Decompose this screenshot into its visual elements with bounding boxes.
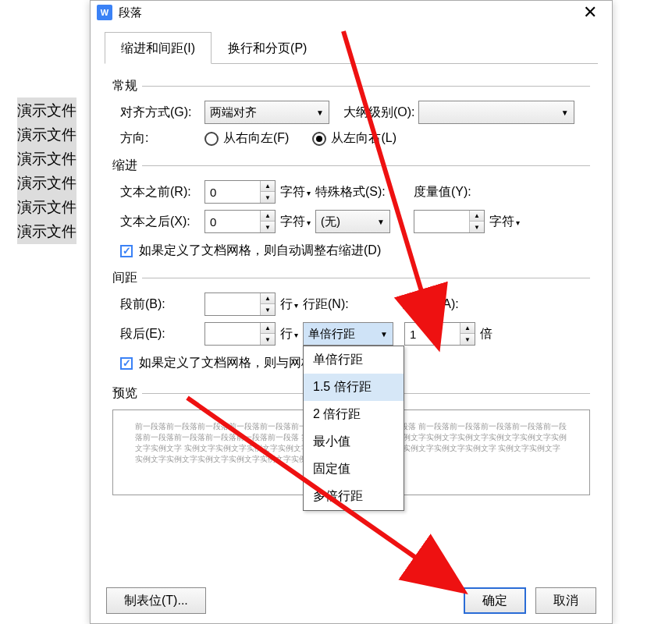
dropdown-value: 两端对齐 [210,105,311,120]
paragraph-dialog: W 段落 ✕ 缩进和间距(I) 换行和分页(P) 常规 对齐方式(G): 两端对… [90,0,613,624]
linespacing-dropdown[interactable]: 单倍行距 ▼ 单倍行距 1.5 倍行距 2 倍行距 最小值 固定值 多倍行距 [303,322,393,346]
dropdown-value: (无) [321,214,372,229]
spinner-down-icon[interactable]: ▼ [261,334,275,345]
button-label: 制表位(T)... [124,593,188,609]
spinner-buttons[interactable]: ▲▼ [260,181,275,203]
chevron-down-icon: ▼ [377,218,385,226]
bg-line: 演示文件 [17,98,76,122]
close-icon[interactable]: ✕ [574,2,606,23]
radio-icon [312,132,326,146]
spinner-down-icon[interactable]: ▼ [460,334,475,345]
checkbox-icon [120,245,133,257]
radio-ltr[interactable]: 从左向右(L) [312,130,396,147]
background-document-text: 演示文件 演示文件 演示文件 演示文件 演示文件 演示文件 [17,98,76,244]
spinner-up-icon[interactable]: ▲ [261,293,275,304]
dialog-footer: 制表位(T)... 确定 取消 [91,587,612,614]
linespacing-option[interactable]: 固定值 [304,456,404,483]
tab-label: 缩进和间距(I) [121,41,195,55]
linespacing-option[interactable]: 多倍行距 [304,483,404,510]
setvalue-label: 设置值(A): [401,296,495,313]
spinner-up-icon[interactable]: ▲ [261,323,275,334]
indent-before-input[interactable] [205,181,260,203]
special-format-dropdown[interactable]: (无) ▼ [315,210,390,233]
cancel-button[interactable]: 取消 [535,587,596,614]
radio-label: 从左向右(L) [331,130,396,147]
direction-label: 方向: [120,130,204,147]
dropdown-caret-icon[interactable]: ▾ [307,218,311,227]
button-label: 取消 [553,593,578,609]
section-indent: 缩进 [112,158,590,174]
tabstops-button[interactable]: 制表位(T)... [106,587,206,614]
spacing-before-spinner[interactable]: ▲▼ [204,292,276,316]
spinner-up-icon[interactable]: ▲ [470,211,484,222]
tab-indent-spacing[interactable]: 缩进和间距(I) [105,32,212,64]
divider [142,165,590,166]
ok-button[interactable]: 确定 [464,587,526,614]
radio-rtl[interactable]: 从右向左(F) [204,130,289,147]
spacing-after-spinner[interactable]: ▲▼ [204,322,276,346]
spinner-buttons[interactable]: ▲▼ [260,323,275,345]
linespacing-options-list: 单倍行距 1.5 倍行距 2 倍行距 最小值 固定值 多倍行距 [303,346,404,511]
linespacing-label: 行距(N): [303,296,387,313]
app-icon: W [97,5,112,20]
spinner-buttons[interactable]: ▲▼ [460,323,475,345]
outline-label: 大纲级别(O): [343,105,415,121]
unit-line: 行▾ [280,326,298,342]
linespacing-option[interactable]: 2 倍行距 [304,401,404,428]
section-title: 预览 [112,385,137,402]
unit-char: 字符▾ [489,214,520,230]
spinner-down-icon[interactable]: ▼ [261,304,275,315]
linespacing-option[interactable]: 1.5 倍行距 [304,374,404,401]
alignment-dropdown[interactable]: 两端对齐 ▼ [204,101,329,124]
linespacing-option[interactable]: 最小值 [304,428,404,456]
spinner-down-icon[interactable]: ▼ [470,222,484,232]
chevron-down-icon: ▼ [561,108,569,117]
spinner-up-icon[interactable]: ▲ [460,323,475,334]
indent-before-spinner[interactable]: ▲▼ [204,180,276,204]
row-spacing-after: 段后(E): ▲▼ 行▾ 单倍行距 ▼ 单倍行距 1.5 倍行距 2 倍行距 最… [120,322,590,346]
section-title: 常规 [112,78,137,94]
spacing-after-label: 段后(E): [120,326,204,342]
measure-input[interactable] [414,211,469,232]
row-indent-before: 文本之前(R): ▲▼ 字符▾ 特殊格式(S): 度量值(Y): [120,180,590,204]
tab-label: 换行和分页(P) [228,41,307,55]
indent-grid-checkbox[interactable]: 如果定义了文档网格，则自动调整右缩进(D) [120,243,590,259]
spinner-buttons[interactable]: ▲▼ [260,293,275,315]
spinner-down-icon[interactable]: ▼ [261,192,275,203]
alignment-label: 对齐方式(G): [120,105,204,121]
indent-after-input[interactable] [205,211,260,232]
dialog-title: 段落 [119,5,574,20]
unit-char: 字符▾ [280,214,311,230]
spacing-before-label: 段前(B): [120,296,204,313]
bg-line: 演示文件 [17,171,76,195]
unit-char: 字符▾ [280,184,311,200]
tab-line-page-breaks[interactable]: 换行和分页(P) [212,32,323,63]
divider [142,278,590,278]
indent-before-label: 文本之前(R): [120,184,204,200]
measure-spinner[interactable]: ▲▼ [414,210,485,233]
spinner-buttons[interactable]: ▲▼ [469,211,484,232]
dropdown-caret-icon[interactable]: ▾ [294,331,298,339]
row-spacing-before: 段前(B): ▲▼ 行▾ 行距(N): 设置值(A): [120,292,590,316]
section-title: 缩进 [112,158,137,174]
dropdown-caret-icon[interactable]: ▾ [516,218,520,227]
spinner-up-icon[interactable]: ▲ [261,211,275,222]
row-indent-after: 文本之后(X): ▲▼ 字符▾ (无) ▼ ▲▼ 字符▾ [120,210,590,233]
dropdown-caret-icon[interactable]: ▾ [294,301,298,310]
outline-dropdown[interactable]: ▼ [418,101,574,124]
linespacing-option[interactable]: 单倍行距 [304,346,404,374]
spacing-after-input[interactable] [205,323,260,345]
spinner-up-icon[interactable]: ▲ [261,181,275,192]
checkbox-icon [120,357,133,370]
setvalue-input[interactable] [405,323,460,345]
spacing-before-input[interactable] [205,293,260,315]
spinner-buttons[interactable]: ▲▼ [260,211,275,232]
dropdown-caret-icon[interactable]: ▾ [307,189,311,197]
checkbox-label: 如果定义了文档网格，则自动调整右缩进(D) [139,243,381,259]
measure-label: 度量值(Y): [414,184,507,200]
spinner-down-icon[interactable]: ▼ [261,222,275,232]
setvalue-spinner[interactable]: ▲▼ [404,322,475,346]
section-general: 常规 [112,78,590,94]
indent-after-spinner[interactable]: ▲▼ [204,210,276,233]
direction-radios: 从右向左(F) 从左向右(L) [204,130,396,147]
